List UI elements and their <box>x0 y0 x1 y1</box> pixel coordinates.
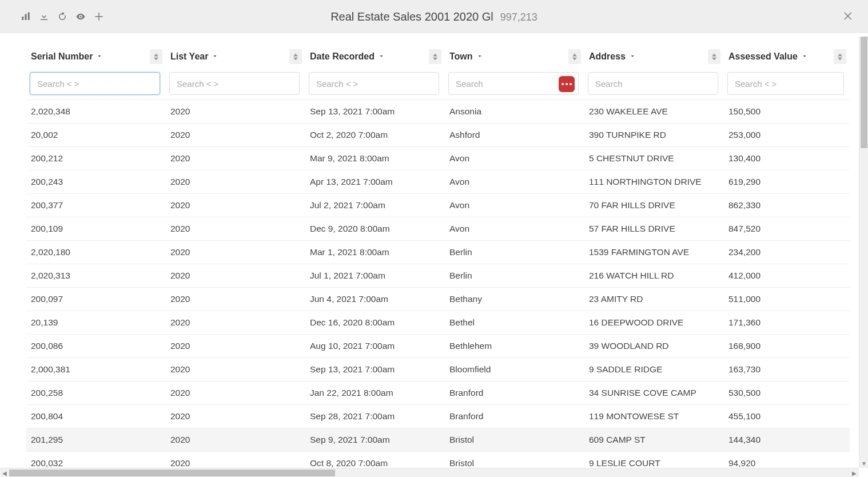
cell-town[interactable]: Bethel <box>445 311 584 334</box>
cell-year[interactable]: 2020 <box>166 123 305 146</box>
cell-address[interactable]: 5 CHESTNUT DRIVE <box>584 146 724 170</box>
filter-input-town[interactable] <box>455 78 572 89</box>
cell-year[interactable]: 2020 <box>166 381 305 404</box>
cell-date[interactable]: Aug 10, 2021 7:00am <box>305 334 445 357</box>
chart-icon[interactable] <box>21 11 31 22</box>
cell-year[interactable]: 2020 <box>166 170 305 193</box>
cell-assessed[interactable]: 168,900 <box>724 334 850 357</box>
cell-date[interactable]: Sep 13, 2021 7:00am <box>305 357 445 381</box>
cell-town[interactable]: Ashford <box>445 123 584 146</box>
cell-town[interactable]: Bethany <box>445 287 584 311</box>
sort-toggle[interactable] <box>289 49 302 64</box>
cell-town[interactable]: Avon <box>445 146 584 170</box>
filter-input-address[interactable] <box>594 78 712 89</box>
cell-date[interactable]: Jun 4, 2021 7:00am <box>305 287 445 311</box>
horizontal-scroll-thumb[interactable] <box>9 470 335 476</box>
column-header-assessed-value[interactable]: Assessed Value <box>724 42 850 71</box>
cell-town[interactable]: Avon <box>445 217 584 240</box>
cell-year[interactable]: 2020 <box>166 264 305 287</box>
cell-year[interactable]: 2020 <box>166 357 305 381</box>
cell-address[interactable]: 9 SADDLE RIDGE <box>584 357 724 381</box>
cell-serial[interactable]: 201,295 <box>26 428 166 451</box>
cell-year[interactable]: 2020 <box>166 240 305 264</box>
cell-date[interactable]: Jul 1, 2021 7:00am <box>305 264 445 287</box>
cell-year[interactable]: 2020 <box>166 311 305 334</box>
cell-town[interactable]: Avon <box>445 193 584 217</box>
cell-year[interactable]: 2020 <box>166 287 305 311</box>
cell-assessed[interactable]: 94,920 <box>724 451 850 468</box>
refresh-icon[interactable] <box>57 11 67 22</box>
sort-toggle[interactable] <box>568 49 581 64</box>
filter-input-list-year[interactable] <box>176 78 293 89</box>
cell-year[interactable]: 2020 <box>166 404 305 428</box>
cell-town[interactable]: Bethlehem <box>445 334 584 357</box>
vertical-scrollbar[interactable]: ▼ <box>859 37 868 468</box>
cell-address[interactable]: 34 SUNRISE COVE CAMP <box>584 381 724 404</box>
cell-address[interactable]: 119 MONTOWESE ST <box>584 404 724 428</box>
cell-year[interactable]: 2020 <box>166 193 305 217</box>
vertical-scroll-thumb[interactable] <box>861 37 867 148</box>
cell-serial[interactable]: 200,377 <box>26 193 166 217</box>
cell-serial[interactable]: 2,020,180 <box>26 240 166 264</box>
cell-serial[interactable]: 2,020,313 <box>26 264 166 287</box>
column-header-list-year[interactable]: List Year <box>166 42 305 71</box>
cell-date[interactable]: Apr 13, 2021 7:00am <box>305 170 445 193</box>
cell-address[interactable]: 16 DEEPWOOD DRIVE <box>584 311 724 334</box>
cell-address[interactable]: 39 WOODLAND RD <box>584 334 724 357</box>
cell-town[interactable]: Berlin <box>445 240 584 264</box>
cell-year[interactable]: 2020 <box>166 451 305 468</box>
sort-toggle[interactable] <box>150 49 162 64</box>
cell-assessed[interactable]: 150,500 <box>724 100 850 123</box>
cell-address[interactable]: 70 FAR HILLS DRIVE <box>584 193 724 217</box>
cell-serial[interactable]: 200,804 <box>26 404 166 428</box>
cell-date[interactable]: Oct 8, 2020 7:00am <box>305 451 445 468</box>
cell-assessed[interactable]: 619,290 <box>724 170 850 193</box>
cell-date[interactable]: Dec 16, 2020 8:00am <box>305 311 445 334</box>
cell-year[interactable]: 2020 <box>166 428 305 451</box>
cell-date[interactable]: Mar 1, 2021 8:00am <box>305 240 445 264</box>
cell-assessed[interactable]: 253,000 <box>724 123 850 146</box>
scroll-down-arrow[interactable]: ▼ <box>859 459 868 468</box>
cell-year[interactable]: 2020 <box>166 146 305 170</box>
cell-date[interactable]: Dec 9, 2020 8:00am <box>305 217 445 240</box>
cell-town[interactable]: Branford <box>445 404 584 428</box>
cell-date[interactable]: Sep 28, 2021 7:00am <box>305 404 445 428</box>
horizontal-scrollbar[interactable]: ◀ ▶ <box>0 468 859 477</box>
column-header-town[interactable]: Town <box>445 42 584 71</box>
cell-town[interactable]: Ansonia <box>445 100 584 123</box>
eye-icon[interactable] <box>75 11 86 22</box>
cell-date[interactable]: Sep 9, 2021 7:00am <box>305 428 445 451</box>
cell-date[interactable]: Jan 22, 2021 8:00am <box>305 381 445 404</box>
cell-town[interactable]: Bristol <box>445 428 584 451</box>
cell-address[interactable]: 216 WATCH HILL RD <box>584 264 724 287</box>
cell-assessed[interactable]: 412,000 <box>724 264 850 287</box>
cell-serial[interactable]: 200,212 <box>26 146 166 170</box>
cell-assessed[interactable]: 847,520 <box>724 217 850 240</box>
cell-assessed[interactable]: 130,400 <box>724 146 850 170</box>
scroll-right-arrow[interactable]: ▶ <box>850 468 859 477</box>
cell-serial[interactable]: 20,002 <box>26 123 166 146</box>
cell-serial[interactable]: 200,097 <box>26 287 166 311</box>
cell-town[interactable]: Bloomfield <box>445 357 584 381</box>
filter-input-assessed-value[interactable] <box>734 78 838 89</box>
cell-year[interactable]: 2020 <box>166 100 305 123</box>
cell-year[interactable]: 2020 <box>166 217 305 240</box>
column-header-address[interactable]: Address <box>584 42 724 71</box>
scroll-left-arrow[interactable]: ◀ <box>0 468 9 477</box>
cell-date[interactable]: Mar 9, 2021 8:00am <box>305 146 445 170</box>
cell-assessed[interactable]: 163,730 <box>724 357 850 381</box>
cell-town[interactable]: Berlin <box>445 264 584 287</box>
sort-toggle[interactable] <box>429 49 441 64</box>
cell-address[interactable]: 9 LESLIE COURT <box>584 451 724 468</box>
cell-year[interactable]: 2020 <box>166 334 305 357</box>
cell-address[interactable]: 57 FAR HILLS DRIVE <box>584 217 724 240</box>
plus-icon[interactable] <box>94 11 104 22</box>
cell-serial[interactable]: 200,109 <box>26 217 166 240</box>
cell-serial[interactable]: 2,020,348 <box>26 100 166 123</box>
cell-assessed[interactable]: 862,330 <box>724 193 850 217</box>
cell-assessed[interactable]: 234,200 <box>724 240 850 264</box>
cell-town[interactable]: Branford <box>445 381 584 404</box>
cell-town[interactable]: Bristol <box>445 451 584 468</box>
cell-address[interactable]: 1539 FARMINGTON AVE <box>584 240 724 264</box>
download-icon[interactable] <box>39 11 49 22</box>
